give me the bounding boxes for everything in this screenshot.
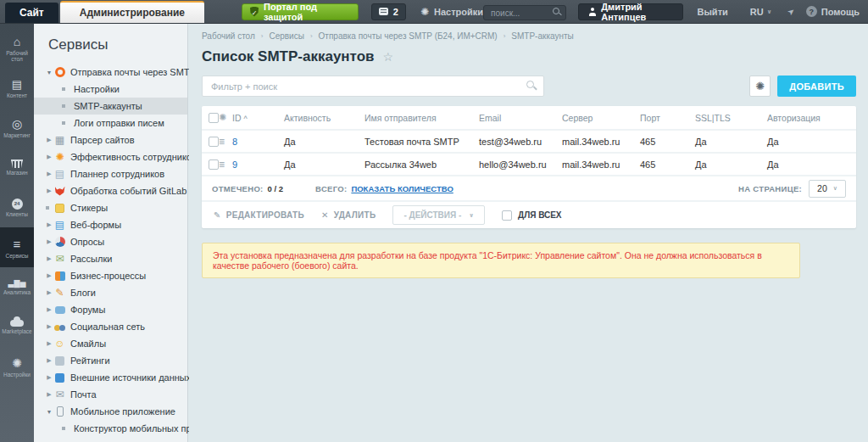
cell-port: 465	[640, 153, 695, 176]
per-page-select[interactable]: 20 ∨	[809, 180, 846, 198]
menu-item-blogs[interactable]: ▶ ✎ Блоги	[34, 284, 187, 301]
menu-item-polls[interactable]: ▶ Опросы	[34, 233, 187, 250]
notifications-badge[interactable]: 2	[371, 3, 406, 20]
menu-item-send-logs[interactable]: Логи отправки писем	[34, 115, 187, 131]
user-icon	[588, 8, 595, 16]
rail-item-marketplace[interactable]: Marketplace	[0, 307, 34, 347]
table-row[interactable]: ≡ 8 Да Тестовая почта SMTP test@34web.ru…	[202, 130, 856, 153]
breadcrumb-item-smtp-accounts[interactable]: SMTP-аккаунты	[511, 31, 573, 41]
menu-item-settings[interactable]: Настройки	[34, 81, 187, 98]
smtp-accounts-grid: ✺ ID^ Активность Имя отправителя Email С…	[202, 106, 856, 228]
row-checkbox[interactable]	[209, 159, 219, 170]
column-header-id[interactable]: ID^	[232, 106, 284, 130]
rail-item-marketing[interactable]: ◎ Маркетинг	[0, 108, 34, 148]
column-header-auth[interactable]: Авторизация	[767, 106, 856, 130]
column-header-sender[interactable]: Имя отправителя	[364, 106, 479, 130]
for-all-checkbox[interactable]	[502, 210, 512, 221]
favorite-star-icon[interactable]: ☆	[383, 50, 394, 64]
rail-item-analytics[interactable]: ▃▇▅ Аналитика	[0, 267, 34, 307]
menu-item-site-parser[interactable]: ▶ ▦ Парсер сайтов	[34, 131, 187, 148]
pencil-icon: ✎	[54, 288, 65, 299]
for-all-label: ДЛЯ ВСЕХ	[518, 210, 562, 220]
breadcrumb-item-smtp-module[interactable]: Отправка почты через SMTP (Б24, ИМ+CRM)	[319, 31, 498, 41]
menu-item-web-forms[interactable]: ▶ ▤ Веб-формы	[34, 216, 187, 233]
menu-label: Почта	[70, 389, 97, 400]
menu-item-smtp-accounts[interactable]: SMTP-аккаунты	[34, 98, 187, 115]
topbar-settings-button[interactable]: ✺ Настройки	[420, 7, 483, 17]
chevron-right-icon: ▶	[46, 272, 53, 279]
add-button[interactable]: ДОБАВИТЬ	[777, 76, 856, 97]
for-all-checkbox-group[interactable]: ДЛЯ ВСЕХ	[502, 210, 562, 221]
menu-item-business-processes[interactable]: ▶ Бизнес-процессы	[34, 267, 187, 284]
pin-icon[interactable]: ➤	[786, 6, 797, 18]
row-menu-icon[interactable]: ≡	[219, 159, 225, 171]
column-header-port[interactable]: Порт	[640, 106, 695, 130]
row-checkbox[interactable]	[209, 137, 219, 147]
menu-item-efficiency[interactable]: ▶ ✺ Эффективность сотрудников	[34, 148, 187, 165]
chevron-right-icon: ▶	[46, 357, 53, 364]
breadcrumb-item-desktop[interactable]: Рабочий стол	[202, 31, 255, 41]
menu-item-gitlab[interactable]: ▶ Обработка событий GitLab	[34, 182, 187, 199]
select-all-checkbox[interactable]	[209, 113, 219, 123]
breadcrumb-separator: ›	[310, 32, 313, 40]
show-count-link[interactable]: ПОКАЗАТЬ КОЛИЧЕСТВО	[351, 184, 453, 193]
menu-item-forums[interactable]: ▶ Форумы	[34, 301, 187, 318]
portal-protected-button[interactable]: Портал под защитой	[242, 3, 359, 20]
menu-label: Эффективность сотрудников	[70, 152, 197, 162]
menu-label: Социальная сеть	[70, 322, 145, 332]
row-menu-icon[interactable]: ≡	[219, 136, 225, 148]
help-button[interactable]: Помощь	[806, 6, 860, 17]
grid-action-bar: ✎ РЕДАКТИРОВАТЬ ✕ УДАЛИТЬ - ДЕЙСТВИЯ - ∨…	[202, 202, 856, 228]
filter-search	[202, 76, 544, 97]
rail-item-content[interactable]: ▤ Контент	[0, 68, 34, 108]
edit-button[interactable]: ✎ РЕДАКТИРОВАТЬ	[214, 210, 304, 220]
rail-item-store[interactable]: Магазин	[0, 148, 34, 187]
row-id-link[interactable]: 9	[232, 159, 237, 170]
menu-item-stickers[interactable]: Стикеры	[34, 199, 187, 216]
menu-item-smtp-send[interactable]: ▼ Отправка почты через SMTP (Б24, ИМ+CRM…	[34, 64, 187, 81]
rail-item-settings[interactable]: ✺ Настройки	[0, 347, 34, 387]
rail-item-clients[interactable]: 24 Клиенты	[0, 187, 34, 227]
tab-site[interactable]: Сайт	[5, 3, 58, 23]
topbar-search	[483, 4, 566, 20]
menu-item-mailing[interactable]: ▶ ✉ Рассылки	[34, 250, 187, 267]
menu-item-external-data[interactable]: ▶ Внешние источники данных	[34, 369, 187, 386]
rail-label: Настройки	[3, 372, 31, 378]
language-selector[interactable]: RU ∨	[750, 7, 772, 17]
chevron-expanded-icon: ▼	[46, 409, 53, 415]
breadcrumb-item-services[interactable]: Сервисы	[269, 31, 303, 41]
table-row[interactable]: ≡ 9 Да Рассылка 34web hello@34web.ru mai…	[202, 153, 856, 176]
user-menu-button[interactable]: Дмитрий Антипцев	[578, 3, 682, 20]
chevron-right-icon: ▶	[46, 340, 53, 347]
row-id-link[interactable]: 8	[232, 137, 237, 147]
column-header-server[interactable]: Сервер	[562, 106, 640, 130]
basket-icon	[11, 159, 23, 168]
sticky-note-icon	[55, 204, 64, 213]
column-settings-gear-icon[interactable]: ✺	[219, 112, 226, 122]
breadcrumb: Рабочий стол › Сервисы › Отправка почты …	[189, 24, 868, 41]
menu-item-ratings[interactable]: ▶ Рейтинги	[34, 352, 187, 369]
delete-button[interactable]: ✕ УДАЛИТЬ	[321, 210, 376, 220]
menu-item-social-network[interactable]: ▶ Социальная сеть	[34, 318, 187, 335]
menu-label: Рейтинги	[70, 355, 110, 366]
rail-item-desktop[interactable]: ⌂ Рабочий стол	[0, 28, 34, 68]
grid-settings-button[interactable]: ✺	[749, 76, 771, 97]
cell-active: Да	[284, 130, 364, 153]
menu-item-planner[interactable]: ▶ ▤ Планнер сотрудников	[34, 165, 187, 182]
menu-item-mobile-app[interactable]: ▼ Мобильное приложение	[34, 403, 187, 420]
sort-asc-icon: ^	[244, 115, 248, 123]
logout-link[interactable]: Выйти	[698, 7, 728, 17]
actions-dropdown[interactable]: - ДЕЙСТВИЯ - ∨	[392, 205, 485, 225]
tab-site-label: Сайт	[19, 7, 44, 19]
menu-item-mail[interactable]: ▶ ✉ Почта	[34, 386, 187, 403]
tab-administration[interactable]: Администрирование	[60, 1, 204, 23]
menu-item-smiles[interactable]: ▶ ☺ Смайлы	[34, 335, 187, 352]
filter-search-input[interactable]	[202, 76, 544, 97]
column-header-ssl[interactable]: SSL|TLS	[695, 106, 767, 130]
rail-item-services[interactable]: ≡ Сервисы	[0, 227, 34, 267]
column-header-email[interactable]: Email	[479, 106, 562, 130]
question-icon	[806, 6, 817, 17]
menu-item-mobile-constructor[interactable]: Конструктор мобильных приложений	[34, 420, 187, 437]
column-header-active[interactable]: Активность	[284, 106, 364, 130]
menu-label: Стикеры	[70, 203, 108, 213]
